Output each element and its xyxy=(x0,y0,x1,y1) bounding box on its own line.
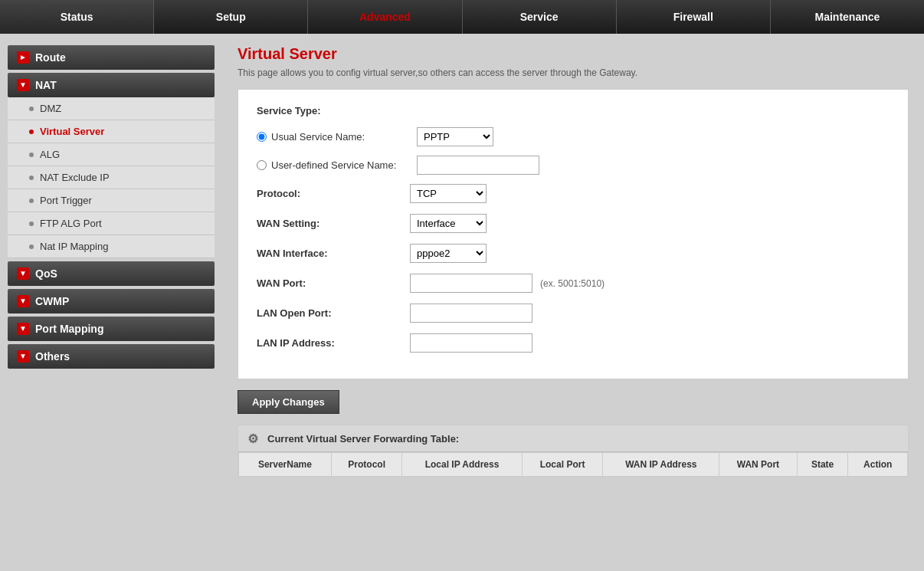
wan-port-row: WAN Port: 1723 (ex. 5001:5010) xyxy=(257,274,890,293)
cwmp-arrow-icon: ▼ xyxy=(17,295,29,307)
forwarding-table-section: ⚙ Current Virtual Server Forwarding Tabl… xyxy=(238,425,909,477)
col-protocol: Protocol xyxy=(331,453,402,477)
sidebar-item-alg[interactable]: ALG xyxy=(8,143,215,166)
sidebar-section-others: ▼ Others xyxy=(8,344,215,369)
service-name-select[interactable]: PPTP FTP HTTP HTTPS DNS SMTP POP3 Telnet… xyxy=(417,127,493,146)
nav-service[interactable]: Service xyxy=(463,0,617,34)
wan-interface-row: WAN Interface: pppoe2 pppoe1 WAN xyxy=(257,244,890,263)
alg-dot-icon xyxy=(29,153,34,157)
wan-port-label: WAN Port: xyxy=(257,277,410,289)
sidebar-section-route: ► Route xyxy=(8,45,215,70)
nat-ip-dot-icon xyxy=(29,244,34,249)
others-arrow-icon: ▼ xyxy=(17,350,29,363)
lan-ip-control xyxy=(410,333,532,353)
gear-icon: ⚙ xyxy=(247,432,261,445)
sidebar-item-nat-ip-mapping[interactable]: Nat IP Mapping xyxy=(8,235,215,258)
sidebar-section-port-mapping: ▼ Port Mapping xyxy=(8,317,215,341)
col-local-port: Local Port xyxy=(522,453,603,477)
lan-ip-label: LAN IP Address: xyxy=(257,337,410,349)
sidebar-item-virtual-server[interactable]: Virtual Server xyxy=(8,120,215,143)
nav-status[interactable]: Status xyxy=(0,0,154,34)
sidebar-header-others[interactable]: ▼ Others xyxy=(8,344,215,369)
user-defined-service-row: User-defined Service Name: xyxy=(257,156,890,175)
protocol-label: Protocol: xyxy=(257,188,410,199)
user-defined-service-radio[interactable] xyxy=(257,160,267,170)
sidebar-others-label: Others xyxy=(35,350,70,363)
wan-interface-select[interactable]: pppoe2 pppoe1 WAN xyxy=(410,244,487,263)
wan-port-hint: (ex. 5001:5010) xyxy=(540,278,605,289)
sidebar: ► Route ▼ NAT DMZ Virtual Server ALG xyxy=(0,34,222,570)
dmz-dot-icon xyxy=(29,107,34,111)
col-state: State xyxy=(797,453,848,477)
col-action: Action xyxy=(848,453,908,477)
sidebar-section-nat: ▼ NAT DMZ Virtual Server ALG NAT Exclude… xyxy=(8,73,215,258)
route-arrow-icon: ► xyxy=(17,51,29,64)
col-wan-ip: WAN IP Address xyxy=(603,453,719,477)
sidebar-header-qos[interactable]: ▼ QoS xyxy=(8,261,215,286)
lan-ip-input[interactable] xyxy=(410,333,532,353)
protocol-row: Protocol: TCP UDP BOTH xyxy=(257,184,890,203)
lan-open-port-control: 1723 xyxy=(410,304,532,323)
lan-ip-row: LAN IP Address: xyxy=(257,333,890,353)
sidebar-section-qos: ▼ QoS xyxy=(8,261,215,286)
wan-setting-control: Interface IP Address xyxy=(410,214,487,233)
sidebar-header-port-mapping[interactable]: ▼ Port Mapping xyxy=(8,317,215,341)
protocol-control: TCP UDP BOTH xyxy=(410,184,487,203)
sidebar-header-nat[interactable]: ▼ NAT xyxy=(8,73,215,97)
virtual-server-dot-icon xyxy=(29,130,34,134)
wan-port-input[interactable]: 1723 xyxy=(410,274,532,293)
nav-maintenance[interactable]: Maintenance xyxy=(771,0,924,34)
nav-advanced[interactable]: Advanced xyxy=(308,0,462,34)
sidebar-header-cwmp[interactable]: ▼ CWMP xyxy=(8,289,215,313)
wan-setting-row: WAN Setting: Interface IP Address xyxy=(257,214,890,233)
sidebar-cwmp-label: CWMP xyxy=(35,295,69,307)
service-type-label: Service Type: xyxy=(257,105,890,116)
sidebar-nat-label: NAT xyxy=(35,79,57,91)
lan-open-port-input[interactable]: 1723 xyxy=(410,304,532,323)
apply-changes-button[interactable]: Apply Changes xyxy=(238,390,339,414)
sidebar-header-route[interactable]: ► Route xyxy=(8,45,215,70)
table-header-bar: ⚙ Current Virtual Server Forwarding Tabl… xyxy=(238,425,908,452)
sidebar-item-nat-exclude-ip[interactable]: NAT Exclude IP xyxy=(8,166,215,189)
usual-service-name-label: Usual Service Name: xyxy=(271,131,417,143)
sidebar-port-mapping-label: Port Mapping xyxy=(35,323,103,335)
wan-interface-label: WAN Interface: xyxy=(257,248,410,259)
table-section-title: Current Virtual Server Forwarding Table: xyxy=(267,433,459,445)
wan-port-control: 1723 (ex. 5001:5010) xyxy=(410,274,605,293)
content-area: Virtual Server This page allows you to c… xyxy=(222,34,924,570)
form-panel: Service Type: Usual Service Name: PPTP F… xyxy=(238,89,909,379)
col-server-name: ServerName xyxy=(239,453,332,477)
nat-arrow-icon: ▼ xyxy=(17,79,29,91)
sidebar-item-ftp-alg-port[interactable]: FTP ALG Port xyxy=(8,212,215,235)
usual-service-radio[interactable] xyxy=(257,132,267,142)
user-defined-service-label: User-defined Service Name: xyxy=(271,159,417,171)
sidebar-route-label: Route xyxy=(35,51,66,64)
wan-setting-label: WAN Setting: xyxy=(257,218,410,229)
protocol-select[interactable]: TCP UDP BOTH xyxy=(410,184,487,203)
nat-exclude-dot-icon xyxy=(29,176,34,180)
nav-setup[interactable]: Setup xyxy=(154,0,308,34)
ftp-alg-dot-icon xyxy=(29,222,34,226)
lan-open-port-row: LAN Open Port: 1723 xyxy=(257,304,890,323)
wan-interface-control: pppoe2 pppoe1 WAN xyxy=(410,244,487,263)
page-description: This page allows you to config virtual s… xyxy=(238,67,909,78)
sidebar-section-cwmp: ▼ CWMP xyxy=(8,289,215,313)
col-wan-port: WAN Port xyxy=(719,453,797,477)
port-mapping-arrow-icon: ▼ xyxy=(17,323,29,335)
lan-open-port-label: LAN Open Port: xyxy=(257,307,410,319)
sidebar-item-dmz[interactable]: DMZ xyxy=(8,97,215,120)
nav-firewall[interactable]: Firewall xyxy=(617,0,771,34)
page-title: Virtual Server xyxy=(238,45,909,63)
usual-service-name-row: Usual Service Name: PPTP FTP HTTP HTTPS … xyxy=(257,127,890,146)
col-local-ip: Local IP Address xyxy=(402,453,522,477)
sidebar-qos-label: QoS xyxy=(35,267,57,280)
forwarding-table: ServerName Protocol Local IP Address Loc… xyxy=(238,452,908,477)
top-nav: Status Setup Advanced Service Firewall M… xyxy=(0,0,924,34)
qos-arrow-icon: ▼ xyxy=(17,267,29,280)
main-layout: ► Route ▼ NAT DMZ Virtual Server ALG xyxy=(0,34,924,570)
sidebar-item-port-trigger[interactable]: Port Trigger xyxy=(8,189,215,212)
port-trigger-dot-icon xyxy=(29,199,34,203)
user-defined-service-input[interactable] xyxy=(417,156,539,175)
wan-setting-select[interactable]: Interface IP Address xyxy=(410,214,487,233)
